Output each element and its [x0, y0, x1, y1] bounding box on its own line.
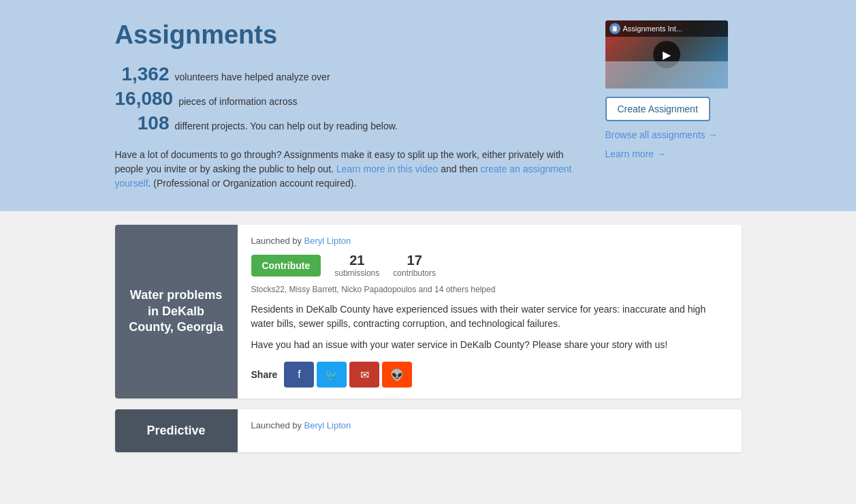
- card-actions-row-1: Contribute 21 submissions 17 contributor…: [251, 253, 728, 278]
- assignment-title-2: Predictive: [146, 423, 205, 439]
- video-overlay: [605, 61, 728, 89]
- share-buttons-1: f 🐦 ✉ 👽: [284, 362, 412, 388]
- contributors-names-1: Stocks22, Missy Barrett, Nicko Papadopou…: [251, 285, 728, 294]
- share-section-1: Share f 🐦 ✉ 👽: [251, 362, 728, 388]
- stat-number-3: 108: [115, 112, 170, 134]
- video-icon: 📋: [609, 23, 620, 34]
- hero-description: Have a lot of documents to go through? A…: [115, 148, 585, 191]
- stat-number-2: 16,080: [115, 88, 174, 110]
- launched-by-2: Launched by Beryl Lipton: [251, 420, 728, 430]
- stats-block: 1,362 volunteers have helped analyze ove…: [115, 63, 585, 134]
- hero-left: Assignments 1,362 volunteers have helped…: [115, 20, 585, 191]
- stat-number-1: 1,362: [115, 63, 170, 85]
- create-assignment-button[interactable]: Create Assignment: [605, 97, 710, 121]
- cta-text-1: Have you had an issue with your water se…: [251, 338, 728, 352]
- submissions-count-1: 21: [349, 253, 364, 268]
- assignment-card-2: Predictive Launched by Beryl Lipton: [115, 409, 742, 452]
- video-thumbnail[interactable]: 📋 Assignments Int... ▶: [605, 20, 728, 89]
- stat-row-1: 1,362 volunteers have helped analyze ove…: [115, 63, 585, 85]
- assignment-card-1: Water problems in DeKalb County, Georgia…: [115, 225, 742, 398]
- card-left-2: Predictive: [115, 409, 238, 452]
- stat-text-1: volunteers have helped analyze over: [175, 72, 330, 82]
- learn-video-link[interactable]: Learn more in this video: [336, 163, 438, 174]
- description-text-1: Residents in DeKalb County have experien…: [251, 302, 728, 331]
- browse-assignments-link[interactable]: Browse all assignments →: [605, 129, 718, 140]
- hero-right: 📋 Assignments Int... ▶ Create Assignment…: [605, 20, 742, 159]
- submissions-label-1: submissions: [334, 268, 379, 278]
- stat-text-3: different projects. You can help out by …: [175, 121, 398, 131]
- contributors-label-1: contributors: [393, 268, 436, 278]
- hero-section: Assignments 1,362 volunteers have helped…: [0, 0, 856, 211]
- page-title: Assignments: [115, 20, 585, 50]
- card-right-2: Launched by Beryl Lipton: [238, 409, 742, 452]
- stat-row-2: 16,080 pieces of information across: [115, 88, 585, 110]
- share-label-1: Share: [251, 369, 278, 380]
- launched-by-1: Launched by Beryl Lipton: [251, 236, 728, 246]
- contributors-stat-1: 17 contributors: [393, 253, 436, 278]
- card-right-1: Launched by Beryl Lipton Contribute 21 s…: [238, 225, 742, 398]
- learn-more-link[interactable]: Learn more →: [605, 148, 666, 159]
- share-facebook-button[interactable]: f: [284, 362, 314, 388]
- share-email-button[interactable]: ✉: [349, 362, 379, 388]
- assignment-title-1: Water problems in DeKalb County, Georgia: [129, 287, 224, 335]
- main-content: Water problems in DeKalb County, Georgia…: [101, 225, 755, 452]
- contributors-count-1: 17: [407, 253, 422, 268]
- share-twitter-button[interactable]: 🐦: [317, 362, 347, 388]
- card-left-1: Water problems in DeKalb County, Georgia: [115, 225, 238, 398]
- stat-text-2: pieces of information across: [178, 96, 297, 107]
- contribute-button-1[interactable]: Contribute: [251, 255, 321, 277]
- share-reddit-button[interactable]: 👽: [382, 362, 412, 388]
- launched-by-name-1[interactable]: Beryl Lipton: [304, 236, 351, 246]
- submissions-stat-1: 21 submissions: [334, 253, 379, 278]
- stat-row-3: 108 different projects. You can help out…: [115, 112, 585, 134]
- video-title-bar: 📋 Assignments Int...: [605, 20, 728, 37]
- video-title-text: Assignments Int...: [623, 25, 682, 33]
- launched-by-name-2[interactable]: Beryl Lipton: [304, 420, 351, 430]
